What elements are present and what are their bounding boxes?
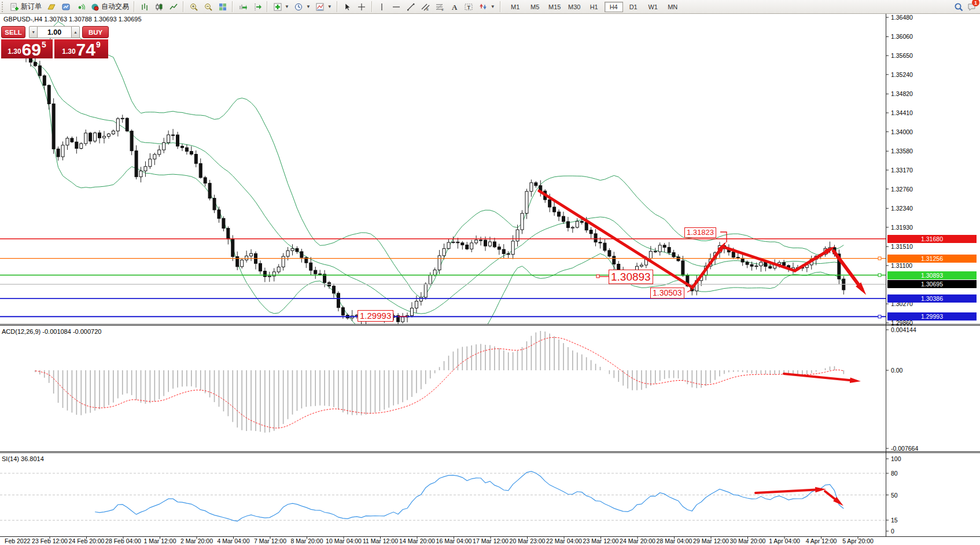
- buy-price-pip: 9: [96, 40, 101, 49]
- candlestick-chart-button[interactable]: [152, 1, 166, 12]
- buy-button[interactable]: BUY: [82, 26, 109, 38]
- svg-text:T: T: [467, 4, 471, 10]
- periods-button[interactable]: ▼: [292, 1, 313, 12]
- line-chart-icon: [168, 2, 178, 12]
- svg-text:F: F: [442, 8, 444, 12]
- sell-price-display[interactable]: 1.30 69 5: [1, 39, 53, 58]
- timeframe-button-m1[interactable]: M1: [506, 2, 525, 12]
- navigator-button[interactable]: [58, 1, 73, 12]
- cursor-button[interactable]: [340, 1, 355, 12]
- timeframe-button-m15[interactable]: M15: [546, 2, 564, 12]
- auto-scroll-button[interactable]: [235, 1, 250, 12]
- svg-text:A: A: [452, 3, 458, 12]
- chart-shift-icon: [252, 2, 262, 12]
- buy-price-display[interactable]: 1.30 74 9: [54, 39, 108, 58]
- signals-button[interactable]: [73, 1, 87, 12]
- market-watch-button[interactable]: [44, 1, 58, 12]
- zoom-out-icon: [203, 2, 213, 12]
- new-order-button[interactable]: 新订单: [7, 1, 44, 12]
- timeframe-button-h1[interactable]: H1: [585, 2, 603, 12]
- chevron-down-icon: ▼: [327, 4, 332, 9]
- arrows-icon: [478, 2, 488, 12]
- notifications-button[interactable]: 1: [967, 2, 977, 12]
- toolbar-separator: [267, 1, 268, 12]
- chevron-down-icon: ▼: [491, 4, 495, 9]
- market-watch-icon: [46, 2, 56, 12]
- trendline-button[interactable]: [404, 1, 418, 12]
- toolbar-separator: [134, 1, 135, 12]
- cursor-icon: [342, 2, 352, 12]
- timeframe-button-m30[interactable]: M30: [565, 2, 584, 12]
- signals-icon: [75, 2, 85, 12]
- auto-scroll-icon: [238, 2, 248, 12]
- candlestick-chart-icon: [154, 2, 164, 12]
- text-label-icon: T: [464, 2, 474, 12]
- zoom-in-button[interactable]: [186, 1, 201, 12]
- new-order-label: 新订单: [21, 2, 42, 12]
- chevron-down-icon: ▼: [306, 4, 311, 9]
- chart-canvas[interactable]: [0, 0, 980, 545]
- horizontal-line-button[interactable]: [389, 1, 404, 12]
- sell-price-big: 69: [22, 42, 41, 57]
- sell-button[interactable]: SELL: [1, 26, 25, 38]
- chart-shift-button[interactable]: [250, 1, 264, 12]
- indicators-icon: [272, 2, 282, 12]
- bar-chart-icon: [139, 2, 149, 12]
- autotrading-label: 自动交易: [101, 2, 129, 12]
- line-chart-button[interactable]: [166, 1, 180, 12]
- bar-chart-button[interactable]: [137, 1, 152, 12]
- equidistant-channel-button[interactable]: E: [418, 1, 433, 12]
- navigator-icon: [61, 2, 71, 12]
- buy-price-prefix: 1.30: [62, 47, 75, 56]
- volume-increase-button[interactable]: ▲: [71, 26, 80, 38]
- template-icon: [315, 2, 325, 12]
- arrows-button[interactable]: ▼: [476, 1, 498, 12]
- timeframe-strip: M1M5M15M30H1H4D1W1MN: [506, 2, 683, 12]
- search-icon[interactable]: [953, 2, 963, 12]
- indicators-button[interactable]: ▼: [270, 1, 292, 12]
- clock-icon: [294, 2, 304, 12]
- mt4-terminal: 新订单 自动交易 ▼ ▼ ▼ E F A T ▼: [0, 0, 980, 545]
- toolbar-grip[interactable]: [2, 2, 5, 12]
- tile-windows-button[interactable]: [215, 1, 230, 12]
- text-button[interactable]: A: [447, 1, 462, 12]
- svg-text:E: E: [426, 8, 429, 11]
- notification-badge: 1: [972, 0, 979, 6]
- toolbar-right: 1: [953, 2, 980, 12]
- tile-windows-icon: [218, 2, 227, 12]
- text-label-button[interactable]: T: [462, 1, 476, 12]
- vertical-line-button[interactable]: [375, 1, 389, 12]
- crosshair-icon: [357, 2, 367, 12]
- timeframe-button-w1[interactable]: W1: [644, 2, 662, 12]
- autotrading-button[interactable]: 自动交易: [87, 1, 131, 12]
- timeframe-button-d1[interactable]: D1: [624, 2, 643, 12]
- toolbar-separator: [500, 1, 501, 12]
- vertical-line-icon: [377, 2, 387, 12]
- toolbar-separator: [183, 1, 184, 12]
- fibonacci-button[interactable]: F: [433, 1, 447, 12]
- timeframe-button-mn[interactable]: MN: [664, 2, 682, 12]
- crosshair-button[interactable]: [355, 1, 369, 12]
- toolbar-separator: [232, 1, 233, 12]
- volume-decrease-button[interactable]: ▼: [29, 26, 38, 38]
- sell-price-prefix: 1.30: [8, 47, 21, 56]
- timeframe-button-h4[interactable]: H4: [605, 2, 623, 12]
- fibonacci-icon: F: [435, 2, 445, 12]
- buy-price-big: 74: [76, 42, 95, 57]
- one-click-trading-panel: SELL ▼ 1.00 ▲ BUY 1.30 69 5 1.30 74 9: [1, 26, 109, 58]
- horizontal-line-icon: [392, 2, 401, 12]
- toolbar-separator: [337, 1, 338, 12]
- main-toolbar: 新订单 自动交易 ▼ ▼ ▼ E F A T ▼: [0, 0, 980, 14]
- sell-price-pip: 5: [42, 40, 46, 49]
- new-order-icon: [9, 2, 19, 12]
- chevron-down-icon: ▼: [285, 4, 289, 9]
- volume-input[interactable]: 1.00: [38, 26, 71, 38]
- templates-button[interactable]: ▼: [313, 1, 334, 12]
- equidistant-channel-icon: E: [421, 2, 430, 12]
- trendline-icon: [406, 2, 416, 12]
- zoom-out-button[interactable]: [201, 1, 215, 12]
- text-icon: A: [450, 2, 459, 12]
- zoom-in-icon: [189, 2, 198, 12]
- timeframe-button-m5[interactable]: M5: [526, 2, 544, 12]
- toolbar-separator: [371, 1, 373, 12]
